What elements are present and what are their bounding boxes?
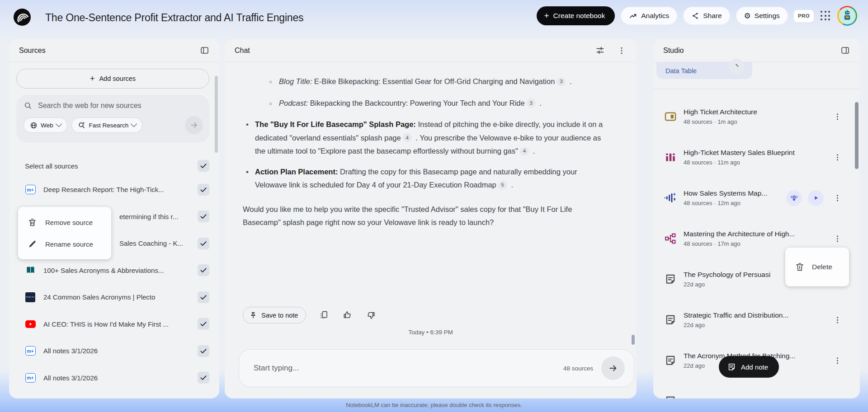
citation-chip[interactable]: 3 [527,98,536,108]
apps-grid-icon[interactable] [820,10,831,22]
report-icon [664,273,677,285]
chat-input[interactable] [254,364,563,373]
sources-scrollbar[interactable] [215,76,218,153]
studio-item-title: High-Ticket Mastery Sales Blueprint [684,149,832,157]
delete-menu-label: Delete [812,263,832,271]
source-checkbox[interactable] [198,264,209,276]
source-row[interactable]: m+All notes 3/1/2026 [16,337,209,365]
user-avatar[interactable] [837,6,857,26]
message-list-item: The "Buy It For Life Basecamp" Splash Pa… [243,118,604,158]
collapse-sources-panel-icon[interactable] [198,45,210,56]
citation-chip[interactable]: 3 [557,77,566,86]
chat-more-menu-icon[interactable] [616,45,627,56]
fast-research-label: Fast Research [89,122,129,129]
source-checkbox[interactable] [198,238,209,249]
notebook-title[interactable]: The One-Sentence Profit Extractor and AI… [45,12,303,24]
trending-up-icon [629,12,637,20]
citation-chip[interactable]: 4 [520,147,529,156]
chat-settings-icon[interactable] [594,45,606,56]
citation-chip[interactable]: 5 [498,181,507,190]
studio-item-title: How Sales Systems Map... [684,189,783,197]
studio-item-row[interactable]: How Sales Systems Map...48 sources · 12m… [664,178,860,218]
note-source-icon: m+ [25,185,36,194]
book-source-icon [25,265,36,276]
add-sources-button[interactable]: + Add sources [16,69,209,89]
source-checkbox[interactable] [198,318,209,330]
chevron-down-icon [131,121,137,127]
source-row[interactable]: AI CEO: THIS is How I'd Make My First ..… [16,311,209,338]
interactive-mode-button[interactable] [786,190,802,206]
web-label: Web [41,122,53,129]
plus-icon: + [90,74,95,84]
studio-item-row[interactable]: High Ticket Architecture48 sources · 1m … [664,96,860,137]
chat-scrollbar[interactable] [632,335,635,345]
studio-item-row[interactable]: The Content Creation Engine: Wee... [664,381,860,398]
source-title: etermining if this r... [119,213,193,220]
studio-item-meta: 48 sources · 1m ago [684,118,832,125]
source-title: All notes 3/1/2026 [43,374,193,382]
report-icon [664,395,677,398]
search-icon [24,101,33,110]
rename-source-label: Rename source [45,240,93,248]
robot-avatar-image [839,7,856,24]
item-more-menu-icon[interactable] [832,356,843,365]
select-all-label: Select all sources [25,162,78,170]
studio-item-title: The Content Creation Engine: Wee... [684,397,832,398]
analytics-label: Analytics [641,12,669,20]
studio-item-row[interactable]: Strategic Traffic and Distribution...22d… [664,300,860,340]
source-row[interactable]: m+All notes 3/1/2026 [16,365,209,392]
message-list-item: Blog Title: E-Bike Bikepacking: Essentia… [243,75,604,89]
source-checkbox[interactable] [198,184,209,196]
add-sources-label: Add sources [99,75,136,82]
studio-list: High Ticket Architecture48 sources · 1m … [653,89,860,398]
chevron-down-icon [55,121,61,127]
search-web-input[interactable] [38,102,187,110]
note-source-icon: m+ [25,373,36,383]
web-source-dropdown[interactable]: Web [24,117,67,133]
create-notebook-button[interactable]: + Create notebook [537,6,615,25]
notebooklm-logo-icon[interactable] [14,9,31,26]
add-note-button[interactable]: Add note [719,356,779,378]
remove-source-menu-item[interactable]: Remove source [18,211,111,233]
save-to-note-button[interactable]: Save to note [243,307,306,323]
gear-icon: ⚙ [744,12,751,20]
source-checkbox[interactable] [198,211,209,222]
item-more-menu-icon[interactable] [832,234,843,243]
research-mode-dropdown[interactable]: Fast Research [71,117,143,133]
studio-item-row[interactable]: High-Ticket Mastery Sales Blueprint48 so… [664,137,860,178]
source-row[interactable]: 100+ Sales Acronyms & Abbreviations... [16,257,209,284]
plus-icon: + [544,11,549,21]
copy-icon[interactable] [318,309,330,321]
expand-chip-button[interactable] [729,59,745,74]
source-row[interactable]: PLECTO24 Common Sales Acronyms | Plecto [16,284,209,311]
source-checkbox[interactable] [198,291,209,303]
share-button[interactable]: Share [683,7,730,25]
source-checkbox[interactable] [198,345,209,357]
source-row[interactable]: m+Deep Research Report: The High-Tick... [16,176,209,203]
thumbs-up-icon[interactable] [341,309,353,321]
save-to-note-label: Save to note [261,312,298,319]
item-more-menu-icon[interactable] [832,112,843,121]
submit-search-button[interactable] [185,116,203,134]
note-icon [727,363,736,371]
item-more-menu-icon[interactable] [832,153,843,162]
analytics-button[interactable]: Analytics [621,7,677,25]
studio-scrollbar[interactable] [855,102,859,169]
citation-chip[interactable]: 4 [403,133,412,142]
studio-panel-title: Studio [663,47,684,55]
studio-panel: Studio Data Table High Ticket Architectu… [653,39,860,398]
source-checkbox[interactable] [198,372,209,384]
item-more-menu-icon[interactable] [832,397,843,399]
studio-context-menu[interactable]: Delete [785,248,849,286]
collapse-studio-panel-icon[interactable] [839,45,851,56]
chat-panel-title: Chat [235,47,250,55]
play-audio-button[interactable] [808,190,824,206]
rename-source-menu-item[interactable]: Rename source [18,233,111,255]
share-icon [691,12,699,20]
send-button[interactable] [601,356,625,380]
thumbs-down-icon[interactable] [365,309,377,321]
settings-button[interactable]: ⚙ Settings [736,7,788,25]
item-more-menu-icon[interactable] [832,194,843,202]
select-all-checkbox[interactable] [198,160,209,172]
item-more-menu-icon[interactable] [832,316,843,324]
